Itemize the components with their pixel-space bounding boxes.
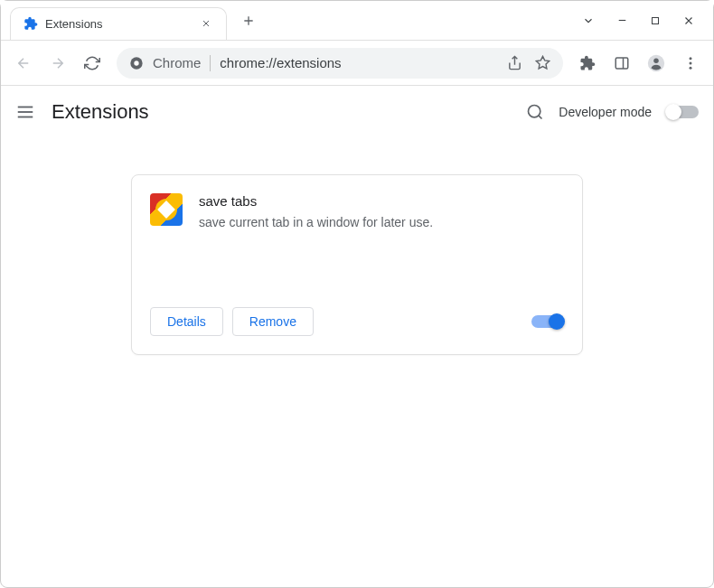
chevron-down-icon[interactable]: [582, 14, 595, 27]
close-window-button[interactable]: [682, 14, 695, 27]
extensions-button[interactable]: [572, 48, 603, 79]
extension-app-icon: [150, 193, 183, 226]
new-tab-button[interactable]: [236, 8, 261, 33]
svg-point-2: [134, 61, 138, 65]
extension-name: save tabs: [199, 193, 564, 209]
omnibox-url: chrome://extensions: [220, 55, 341, 70]
hamburger-menu-button[interactable]: [15, 102, 35, 122]
extension-card: save tabs save current tab in a window f…: [131, 174, 583, 355]
address-bar: Chrome chrome://extensions: [1, 41, 713, 86]
close-tab-button[interactable]: [199, 16, 213, 31]
app-header: Extensions Developer mode: [1, 86, 713, 138]
omnibox-scheme: Chrome: [153, 55, 201, 70]
omnibox-divider: [210, 55, 211, 71]
sidepanel-button[interactable]: [606, 48, 637, 79]
svg-rect-3: [615, 58, 628, 69]
svg-point-7: [690, 57, 692, 60]
window-controls: [582, 14, 713, 27]
svg-point-13: [529, 106, 540, 117]
title-bar: Extensions: [1, 1, 713, 41]
reload-button[interactable]: [77, 48, 108, 79]
page-title: Extensions: [52, 100, 149, 124]
developer-mode-label: Developer mode: [559, 105, 652, 119]
maximize-button[interactable]: [650, 15, 661, 26]
forward-button[interactable]: [42, 48, 73, 79]
svg-point-6: [653, 58, 659, 63]
extension-icon: [23, 16, 38, 31]
extension-description: save current tab in a window for later u…: [199, 214, 564, 232]
svg-line-14: [539, 116, 542, 119]
browser-tab[interactable]: Extensions: [10, 7, 227, 40]
svg-point-8: [690, 61, 692, 64]
extension-enable-toggle[interactable]: [531, 315, 564, 328]
browser-window: Extensions Chrome chrome://e: [0, 0, 714, 588]
search-button[interactable]: [526, 103, 544, 121]
kebab-menu-button[interactable]: [675, 48, 706, 79]
remove-button[interactable]: Remove: [232, 307, 314, 336]
back-button[interactable]: [8, 48, 39, 79]
bookmark-icon[interactable]: [535, 55, 550, 70]
minimize-button[interactable]: [616, 14, 628, 26]
svg-point-9: [690, 66, 692, 69]
svg-rect-0: [653, 17, 659, 23]
share-icon[interactable]: [507, 55, 522, 70]
content-area: save tabs save current tab in a window f…: [1, 138, 713, 587]
chrome-icon: [129, 56, 144, 70]
details-button[interactable]: Details: [150, 307, 223, 336]
profile-button[interactable]: [641, 48, 672, 79]
tab-title: Extensions: [45, 17, 192, 31]
developer-mode-toggle[interactable]: [666, 106, 699, 118]
omnibox[interactable]: Chrome chrome://extensions: [117, 48, 563, 79]
